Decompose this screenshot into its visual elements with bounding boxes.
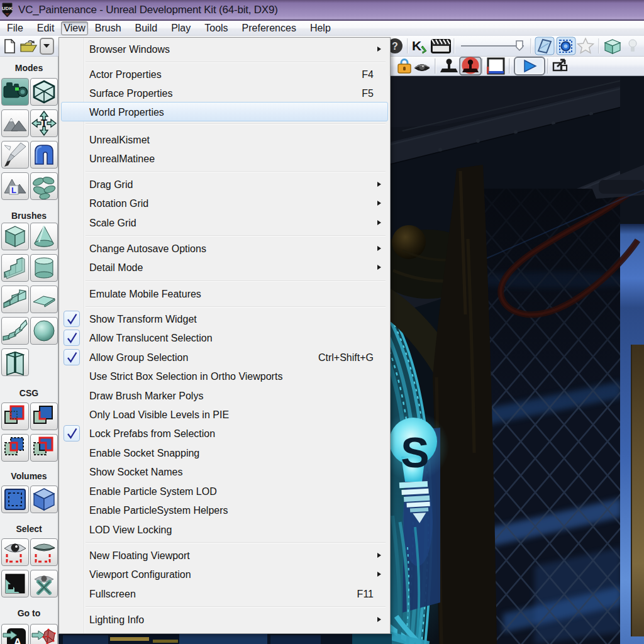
svg-text:S: S — [401, 428, 429, 476]
svg-text:T: T — [41, 118, 48, 130]
svg-text:UDK: UDK — [2, 6, 13, 11]
svg-text:?: ? — [392, 41, 398, 52]
svg-text:L: L — [11, 186, 16, 195]
svg-text:K: K — [412, 38, 421, 53]
svg-text:A: A — [14, 636, 21, 644]
